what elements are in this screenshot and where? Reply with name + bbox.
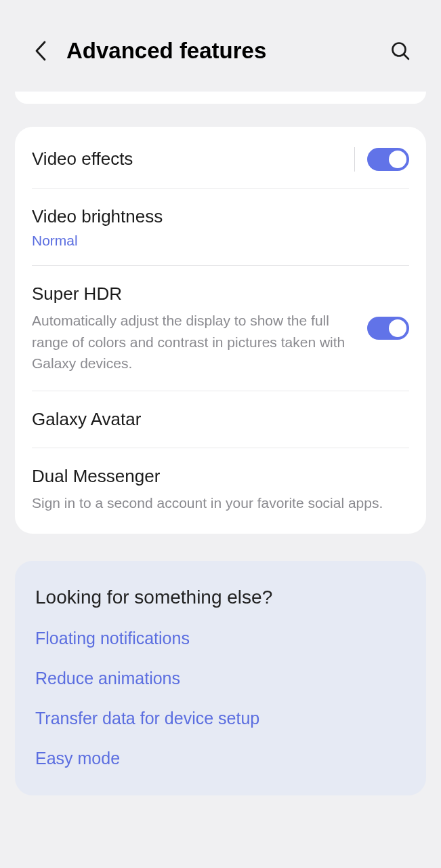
video-effects-toggle[interactable] (367, 148, 409, 171)
svg-line-1 (404, 55, 409, 60)
item-title: Video brightness (32, 205, 402, 229)
toggle-knob (389, 319, 406, 337)
search-icon (390, 41, 411, 61)
item-description: Automatically adjust the display to show… (32, 310, 360, 374)
video-effects-item[interactable]: Video effects (32, 127, 409, 189)
link-reduce-animations[interactable]: Reduce animations (35, 669, 406, 688)
super-hdr-item[interactable]: Super HDR Automatically adjust the displ… (32, 266, 409, 391)
super-hdr-toggle[interactable] (367, 317, 409, 340)
back-button[interactable] (27, 37, 54, 64)
link-transfer-data[interactable]: Transfer data for device setup (35, 709, 406, 728)
item-title: Super HDR (32, 282, 360, 306)
toggle-knob (389, 151, 406, 168)
video-brightness-item[interactable]: Video brightness Normal (32, 189, 409, 266)
previous-card-peek (15, 92, 426, 104)
divider (354, 147, 355, 172)
item-description: Sign in to a second account in your favo… (32, 492, 402, 514)
item-subtitle: Normal (32, 233, 402, 249)
link-easy-mode[interactable]: Easy mode (35, 749, 406, 768)
settings-card: Video effects Video brightness Normal Su… (15, 127, 426, 534)
galaxy-avatar-item[interactable]: Galaxy Avatar (32, 391, 409, 448)
search-button[interactable] (387, 37, 414, 64)
dual-messenger-item[interactable]: Dual Messenger Sign in to a second accou… (32, 448, 409, 534)
header: Advanced features (0, 0, 441, 92)
item-title: Dual Messenger (32, 465, 402, 488)
link-floating-notifications[interactable]: Floating notifications (35, 629, 406, 648)
looking-for-card: Looking for something else? Floating not… (15, 561, 426, 795)
item-title: Video effects (32, 147, 348, 171)
page-title: Advanced features (66, 38, 387, 64)
item-title: Galaxy Avatar (32, 408, 402, 431)
chevron-left-icon (35, 41, 47, 61)
footer-title: Looking for something else? (35, 587, 406, 608)
